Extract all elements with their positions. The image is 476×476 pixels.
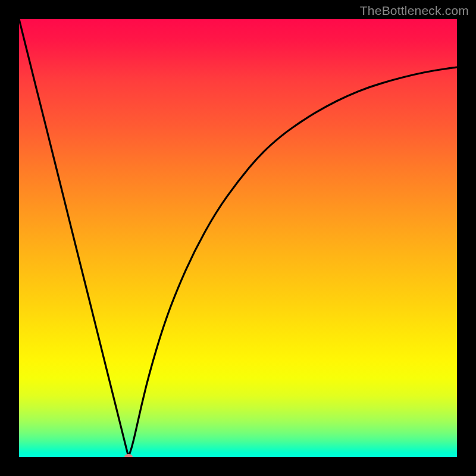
plot-area (19, 19, 457, 457)
bottleneck-curve (19, 19, 457, 457)
chart-frame: TheBottleneck.com (0, 0, 476, 476)
watermark-text: TheBottleneck.com (360, 4, 469, 18)
minimum-marker (124, 454, 133, 457)
